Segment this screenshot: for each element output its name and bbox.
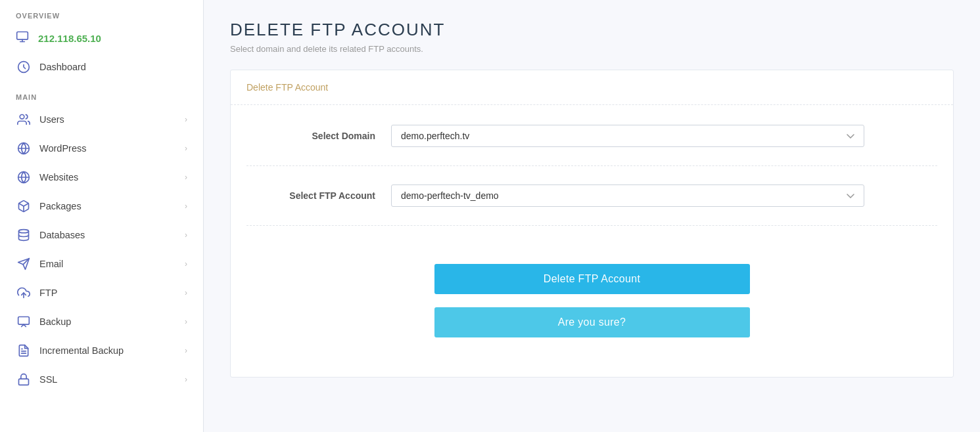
select-domain-label: Select Domain	[246, 131, 391, 141]
ftp-chevron-icon: ›	[185, 288, 187, 297]
select-ftp-dropdown[interactable]: demo-perftech-tv_demo	[391, 184, 864, 207]
sidebar-item-ftp-label: FTP	[39, 288, 57, 298]
ssl-icon	[16, 372, 32, 387]
backup-chevron-icon: ›	[185, 317, 187, 326]
sidebar-item-packages[interactable]: Packages ›	[0, 192, 203, 221]
sidebar-item-wordpress[interactable]: WordPress ›	[0, 134, 203, 163]
sidebar-item-users-label: Users	[39, 114, 64, 125]
users-chevron-icon: ›	[185, 115, 187, 124]
sidebar-item-ftp[interactable]: FTP ›	[0, 278, 203, 307]
svg-point-9	[19, 230, 29, 233]
svg-rect-13	[18, 317, 30, 325]
delete-ftp-button[interactable]: Delete FTP Account	[434, 264, 750, 294]
monitor-icon	[16, 30, 32, 46]
card-body: Select Domain demo.perftech.tv Select FT…	[231, 105, 953, 377]
delete-ftp-card: Delete FTP Account Select Domain demo.pe…	[230, 70, 954, 378]
email-icon	[16, 256, 32, 272]
select-ftp-row: Select FTP Account demo-perftech-tv_demo	[246, 184, 937, 226]
sidebar: OVERVIEW 212.118.65.10 Dashboard MAIN	[0, 0, 204, 432]
sidebar-item-ssl[interactable]: SSL ›	[0, 365, 203, 394]
select-ftp-label: Select FTP Account	[246, 190, 391, 201]
databases-chevron-icon: ›	[185, 230, 187, 240]
select-domain-dropdown[interactable]: demo.perftech.tv	[391, 125, 864, 147]
sidebar-item-ssl-label: SSL	[39, 374, 57, 385]
sidebar-item-wordpress-label: WordPress	[39, 143, 86, 154]
globe-icon	[16, 169, 32, 185]
svg-point-4	[20, 115, 24, 119]
svg-rect-16	[19, 379, 29, 385]
buttons-section: Delete FTP Account Are you sure?	[246, 244, 937, 357]
wordpress-icon	[16, 140, 32, 156]
incremental-backup-icon	[16, 343, 32, 358]
websites-chevron-icon: ›	[185, 173, 187, 182]
ssl-chevron-icon: ›	[185, 375, 187, 384]
ip-address-text: 212.118.65.10	[38, 33, 101, 44]
users-icon	[16, 112, 32, 127]
confirm-button[interactable]: Are you sure?	[434, 307, 750, 337]
page-title: DELETE FTP ACCOUNT	[230, 20, 954, 40]
main-section-label: MAIN	[0, 81, 203, 105]
main-content: DELETE FTP ACCOUNT Select domain and del…	[204, 0, 980, 432]
sidebar-item-incremental-backup-label: Incremental Backup	[39, 345, 124, 356]
packages-chevron-icon: ›	[185, 202, 187, 211]
sidebar-item-databases[interactable]: Databases ›	[0, 221, 203, 249]
sidebar-item-dashboard[interactable]: Dashboard	[0, 53, 203, 81]
ftp-icon	[16, 285, 32, 301]
databases-icon	[16, 227, 32, 243]
sidebar-item-dashboard-label: Dashboard	[39, 62, 86, 72]
dashboard-icon	[16, 59, 32, 75]
ip-address-item[interactable]: 212.118.65.10	[0, 24, 203, 53]
incremental-backup-chevron-icon: ›	[185, 346, 187, 355]
wordpress-chevron-icon: ›	[185, 144, 187, 153]
sidebar-item-packages-label: Packages	[39, 201, 82, 211]
sidebar-item-users[interactable]: Users ›	[0, 105, 203, 134]
sidebar-item-incremental-backup[interactable]: Incremental Backup ›	[0, 336, 203, 365]
sidebar-item-email-label: Email	[39, 259, 63, 269]
sidebar-item-backup-label: Backup	[39, 316, 71, 327]
sidebar-item-databases-label: Databases	[39, 230, 85, 240]
packages-icon	[16, 198, 32, 214]
sidebar-item-backup[interactable]: Backup ›	[0, 307, 203, 336]
svg-rect-0	[17, 32, 28, 40]
sidebar-item-websites-label: Websites	[39, 172, 78, 183]
card-header: Delete FTP Account	[231, 70, 953, 105]
backup-icon	[16, 314, 32, 330]
email-chevron-icon: ›	[185, 259, 187, 269]
page-subtitle: Select domain and delete its related FTP…	[230, 44, 954, 54]
select-domain-row: Select Domain demo.perftech.tv	[246, 125, 937, 166]
sidebar-item-websites[interactable]: Websites ›	[0, 163, 203, 192]
overview-section-label: OVERVIEW	[0, 0, 203, 24]
sidebar-item-email[interactable]: Email ›	[0, 249, 203, 278]
